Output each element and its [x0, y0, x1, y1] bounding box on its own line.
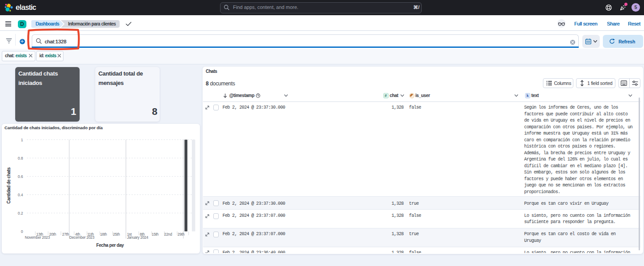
svg-text:1: 1: [21, 138, 23, 142]
svg-text:20th: 20th: [49, 232, 56, 236]
svg-text:December 2023: December 2023: [69, 235, 94, 240]
svg-text:January 2024: January 2024: [127, 235, 148, 240]
svg-text:0.6: 0.6: [18, 174, 23, 179]
svg-text:0.2: 0.2: [18, 211, 23, 215]
svg-text:0.4: 0.4: [18, 193, 23, 197]
svg-text:27th: 27th: [62, 232, 69, 236]
svg-text:Cantidad de chats: Cantidad de chats: [6, 167, 11, 204]
svg-text:0.8: 0.8: [18, 156, 23, 160]
svg-text:Fecha per day: Fecha per day: [96, 243, 124, 248]
svg-text:15th: 15th: [152, 232, 159, 236]
svg-text:0: 0: [21, 229, 23, 234]
svg-text:25th: 25th: [113, 232, 120, 236]
svg-text:22nd: 22nd: [164, 232, 172, 236]
svg-text:November 2023: November 2023: [25, 235, 50, 240]
svg-text:29th: 29th: [178, 232, 185, 236]
svg-text:18th: 18th: [100, 232, 107, 236]
